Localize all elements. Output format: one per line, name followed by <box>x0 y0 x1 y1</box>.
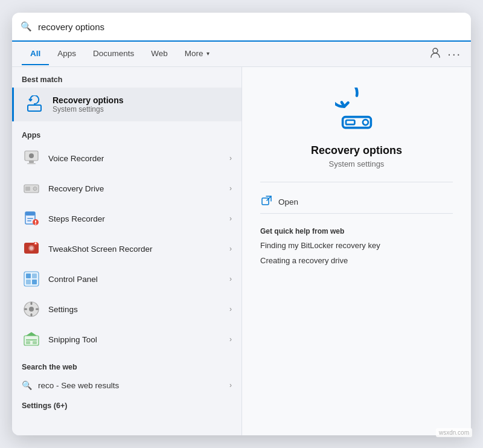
svg-rect-31 <box>36 309 39 310</box>
watermark: wsxdn.com <box>436 428 472 437</box>
tweakshot-icon <box>22 239 41 258</box>
voice-recorder-icon <box>22 149 41 168</box>
svg-rect-7 <box>25 187 30 191</box>
recovery-drive-icon <box>22 179 41 198</box>
best-match-label: Best match <box>12 67 242 88</box>
search-bar: 🔍 recovery options <box>12 13 471 42</box>
svg-rect-1 <box>28 105 41 111</box>
open-icon <box>260 196 272 208</box>
list-item[interactable]: Settings › <box>12 294 242 324</box>
svg-rect-23 <box>32 274 37 278</box>
tab-more[interactable]: More ▾ <box>176 43 218 65</box>
list-item[interactable]: Steps Recorder › <box>12 203 242 234</box>
svg-rect-25 <box>32 280 37 284</box>
list-item[interactable]: TweakShot Screen Recorder › <box>12 234 242 264</box>
list-item[interactable]: Voice Recorder › <box>12 143 242 173</box>
apps-section-label: Apps <box>12 123 242 143</box>
svg-point-20 <box>35 243 37 245</box>
search-web-item[interactable]: 🔍 reco - See web results › <box>12 375 242 395</box>
svg-rect-28 <box>31 302 33 305</box>
svg-rect-10 <box>25 212 35 216</box>
svg-rect-11 <box>27 218 33 219</box>
chevron-down-icon: ▾ <box>206 50 210 57</box>
quick-help-label: Get quick help from web <box>260 222 453 238</box>
svg-point-3 <box>29 153 34 158</box>
steps-recorder-label: Steps Recorder <box>48 214 229 223</box>
svg-point-0 <box>433 48 438 53</box>
chevron-right-icon: › <box>229 381 232 389</box>
main-content: Best match Recovery options System setti… <box>12 67 471 435</box>
search-web-query: reco - See web results <box>38 381 229 390</box>
recovery-drive-label: Recovery Drive <box>48 184 229 193</box>
svg-rect-24 <box>26 280 31 284</box>
person-icon[interactable] <box>429 46 441 62</box>
best-match-title: Recovery options <box>53 95 123 105</box>
list-item[interactable]: Control Panel › <box>12 264 242 294</box>
control-panel-icon <box>22 269 41 289</box>
search-icon: 🔍 <box>21 21 32 32</box>
chevron-right-icon: › <box>229 245 232 253</box>
svg-rect-37 <box>342 117 371 128</box>
svg-rect-5 <box>27 163 36 164</box>
steps-recorder-icon <box>22 209 41 228</box>
svg-point-39 <box>362 120 368 125</box>
chevron-right-icon: › <box>229 335 232 344</box>
chevron-right-icon: › <box>229 154 232 162</box>
control-panel-label: Control Panel <box>48 275 229 284</box>
svg-rect-38 <box>346 120 354 124</box>
tab-all[interactable]: All <box>22 43 49 65</box>
tab-actions: ··· <box>429 46 461 62</box>
snipping-tool-icon <box>22 330 41 349</box>
result-title: Recovery options <box>311 144 402 157</box>
svg-rect-4 <box>29 161 34 163</box>
snipping-tool-label: Snipping Tool <box>48 335 229 344</box>
settings-count-label: Settings (6+) <box>12 395 242 416</box>
voice-recorder-label: Voice Recorder <box>48 154 229 163</box>
chevron-right-icon: › <box>229 184 232 193</box>
tabs-bar: All Apps Documents Web More ▾ ··· <box>12 42 471 67</box>
open-action[interactable]: Open <box>260 191 453 213</box>
svg-point-27 <box>29 307 34 312</box>
svg-point-18 <box>30 246 33 250</box>
svg-rect-12 <box>27 220 31 222</box>
result-large-icon <box>333 85 381 133</box>
chevron-right-icon: › <box>229 305 232 313</box>
search-input[interactable]: recovery options <box>38 22 462 32</box>
list-item[interactable]: Snipping Tool › <box>12 324 242 354</box>
open-label: Open <box>278 197 298 206</box>
best-match-item[interactable]: Recovery options System settings <box>12 88 242 121</box>
tab-web[interactable]: Web <box>142 43 176 65</box>
chevron-right-icon: › <box>229 214 232 223</box>
divider <box>260 182 453 182</box>
search-web-icon: 🔍 <box>22 380 32 390</box>
chevron-right-icon: › <box>229 275 232 283</box>
settings-app-label: Settings <box>48 305 229 314</box>
quick-help-link-1[interactable]: Finding my BitLocker recovery key <box>260 238 453 253</box>
svg-rect-30 <box>24 309 27 310</box>
list-item[interactable]: Recovery Drive › <box>12 173 242 203</box>
settings-app-icon <box>22 299 41 319</box>
best-match-subtitle: System settings <box>53 105 123 114</box>
more-options-icon[interactable]: ··· <box>447 47 461 61</box>
svg-rect-22 <box>26 274 31 278</box>
tab-documents[interactable]: Documents <box>85 43 142 65</box>
svg-rect-15 <box>35 223 36 225</box>
svg-rect-36 <box>33 341 37 344</box>
divider <box>260 213 453 214</box>
best-match-text: Recovery options System settings <box>53 95 123 114</box>
svg-rect-14 <box>35 220 36 223</box>
search-web-label: Search the web <box>12 354 242 375</box>
svg-point-8 <box>33 187 37 191</box>
svg-rect-35 <box>26 341 30 344</box>
quick-help-link-2[interactable]: Creating a recovery drive <box>260 253 453 268</box>
svg-rect-29 <box>31 313 33 316</box>
tab-apps[interactable]: Apps <box>49 43 85 65</box>
result-subtitle: System settings <box>329 159 385 168</box>
recovery-options-icon <box>24 94 45 115</box>
tweakshot-label: TweakShot Screen Recorder <box>48 245 229 254</box>
left-panel: Best match Recovery options System setti… <box>12 67 242 435</box>
search-container: 🔍 recovery options All Apps Documents We… <box>12 13 471 435</box>
right-panel: Recovery options System settings Open Ge… <box>242 67 471 435</box>
svg-marker-33 <box>26 332 37 336</box>
